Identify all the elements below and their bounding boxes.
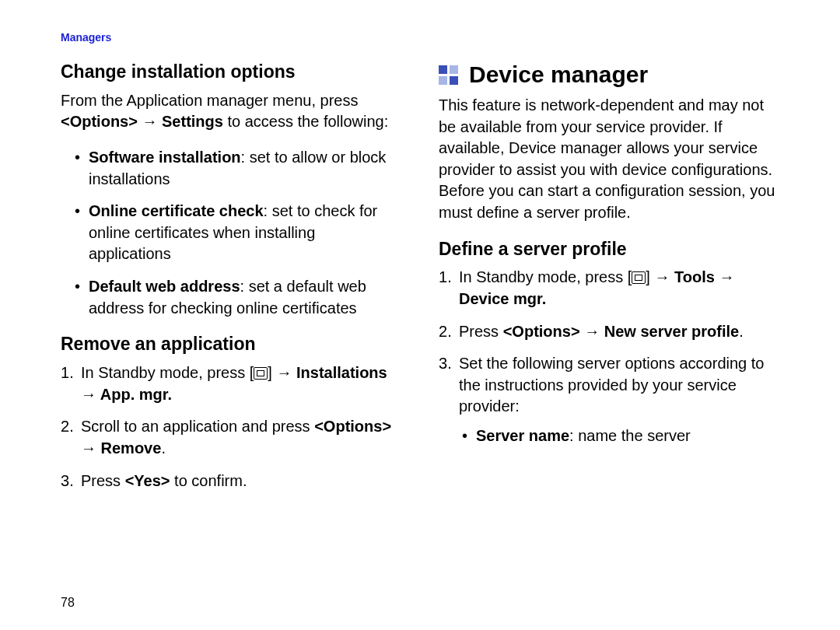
manual-page: Managers Change installation options Fro…	[0, 0, 840, 630]
text: Press	[459, 323, 503, 340]
bullet-title: Online certificate check	[89, 202, 264, 219]
list-item: Default web address: set a default web a…	[75, 276, 401, 319]
text: Set the following server options accordi…	[459, 355, 764, 415]
section-header: Managers	[61, 31, 779, 44]
bullet-title: Server name	[476, 427, 569, 444]
right-column: Device manager This feature is network-d…	[439, 61, 779, 502]
text: ] →	[268, 364, 296, 381]
path-label: <Options> → New server profile	[503, 323, 739, 340]
menu-key-icon	[254, 367, 268, 380]
device-manager-intro: This feature is network-dependent and ma…	[439, 95, 779, 224]
heading-text: Device manager	[469, 61, 648, 89]
text: Scroll to an application and press	[81, 418, 314, 435]
text: .	[739, 323, 744, 340]
settings-label: Settings	[162, 113, 223, 130]
list-item: Press <Options> → New server profile.	[439, 321, 779, 343]
list-item: Set the following server options accordi…	[439, 353, 779, 446]
text: ] →	[646, 268, 674, 285]
text: .	[161, 439, 166, 457]
list-item: In Standby mode, press [] → Tools → Devi…	[439, 267, 779, 310]
list-item: Online certificate check: set to check f…	[75, 201, 401, 265]
heading-define-server: Define a server profile	[439, 238, 779, 261]
remove-app-steps: In Standby mode, press [] → Installation…	[61, 362, 401, 492]
yes-label: <Yes>	[125, 472, 170, 489]
bullet-desc: : name the server	[569, 427, 691, 444]
two-column-layout: Change installation options From the App…	[61, 61, 779, 502]
heading-remove-app: Remove an application	[61, 333, 401, 356]
list-item: Software installation: set to allow or b…	[75, 147, 401, 190]
list-item: Press <Yes> to confirm.	[61, 471, 401, 492]
define-server-steps: In Standby mode, press [] → Tools → Devi…	[439, 267, 779, 446]
text: In Standby mode, press [	[81, 364, 254, 381]
options-label: <Options>	[61, 113, 138, 130]
squares-icon	[439, 65, 458, 85]
list-item: In Standby mode, press [] → Installation…	[61, 362, 401, 405]
change-install-intro: From the Application manager menu, press…	[61, 90, 401, 133]
page-number: 78	[61, 596, 75, 610]
text: From the Application manager menu, press	[61, 92, 358, 109]
list-item: Scroll to an application and press <Opti…	[61, 416, 401, 459]
text: In Standby mode, press [	[459, 268, 632, 285]
text: to confirm.	[170, 472, 247, 489]
left-column: Change installation options From the App…	[61, 61, 401, 502]
arrow: →	[138, 113, 162, 130]
list-item: Server name: name the server	[462, 425, 779, 447]
bullet-title: Default web address	[89, 278, 240, 295]
heading-change-install: Change installation options	[61, 61, 401, 84]
menu-key-icon	[632, 271, 646, 284]
install-options-list: Software installation: set to allow or b…	[61, 147, 401, 319]
heading-device-manager: Device manager	[439, 61, 779, 89]
text: Press	[81, 472, 125, 489]
text: to access the following:	[223, 113, 388, 130]
server-options-list: Server name: name the server	[459, 425, 779, 447]
bullet-title: Software installation	[89, 149, 241, 166]
